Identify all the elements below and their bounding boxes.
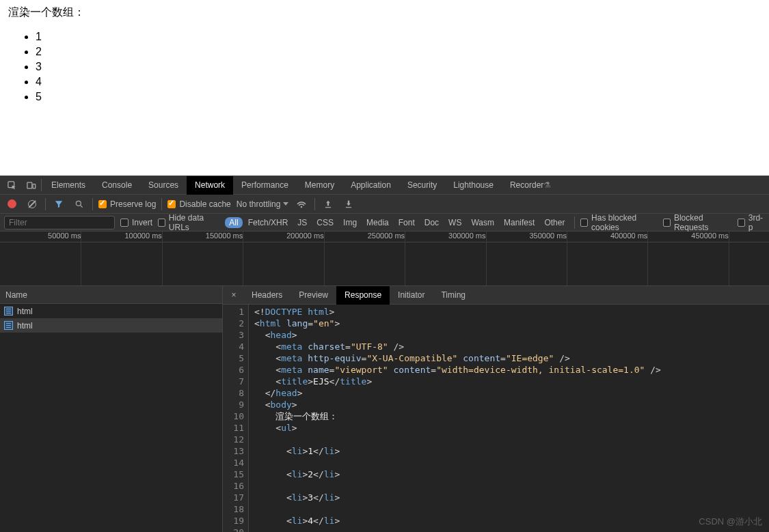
page-list: 12345: [8, 31, 761, 103]
list-item: 2: [36, 46, 761, 58]
has-blocked-label: Has blocked cookies: [591, 213, 658, 232]
chevron-down-icon: [283, 202, 288, 206]
inspect-icon[interactable]: [3, 176, 21, 194]
blocked-requests-checkbox[interactable]: Blocked Requests: [663, 213, 732, 232]
separator: [41, 179, 42, 191]
request-row[interactable]: html: [0, 304, 222, 318]
list-item: 3: [36, 61, 761, 73]
invert-checkbox[interactable]: Invert: [120, 218, 152, 227]
request-name: html: [17, 321, 33, 331]
timeline-mark: 350000 ms: [530, 232, 567, 240]
rendered-page: 渲染一个数组： 12345: [0, 0, 769, 176]
network-conditions-icon[interactable]: [294, 197, 309, 212]
hide-data-urls-checkbox[interactable]: Hide data URLs: [158, 213, 219, 232]
timeline-mark: 50000 ms: [48, 232, 81, 240]
import-har-icon[interactable]: [321, 197, 336, 212]
hide-data-urls-label: Hide data URLs: [169, 213, 220, 232]
filter-category-font[interactable]: Font: [394, 217, 419, 228]
detail-tab-preview[interactable]: Preview: [291, 286, 336, 305]
separator: [161, 198, 162, 210]
search-icon[interactable]: [72, 197, 87, 212]
svg-point-3: [76, 201, 81, 206]
tab-memory[interactable]: Memory: [297, 176, 342, 195]
third-party-label: 3rd-p: [748, 213, 765, 232]
devtools-panel: ElementsConsoleSourcesNetworkPerformance…: [0, 176, 769, 532]
detail-tab-headers[interactable]: Headers: [243, 286, 291, 305]
tab-recorder[interactable]: Recorder ⚗: [502, 176, 559, 195]
line-gutter: 1234567891011121314151617181920212223242…: [223, 305, 249, 532]
timeline-mark: 200000 ms: [286, 232, 323, 240]
svg-point-4: [301, 206, 302, 207]
detail-tab-response[interactable]: Response: [336, 286, 390, 305]
invert-label: Invert: [132, 218, 152, 227]
tab-network[interactable]: Network: [187, 176, 233, 195]
request-list-header[interactable]: Name: [0, 286, 222, 304]
filter-category-ws[interactable]: WS: [444, 217, 466, 228]
third-party-checkbox[interactable]: 3rd-p: [738, 213, 765, 232]
separator: [92, 198, 93, 210]
code-content: <!DOCTYPE html><html lang="en"> <head> <…: [249, 305, 769, 532]
tab-elements[interactable]: Elements: [43, 176, 94, 195]
timeline-mark: 100000 ms: [124, 232, 161, 240]
disable-cache-checkbox[interactable]: Disable cache: [167, 199, 230, 209]
filter-category-all[interactable]: All: [225, 217, 242, 228]
detail-tab-timing[interactable]: Timing: [433, 286, 474, 305]
blocked-requests-label: Blocked Requests: [674, 213, 732, 232]
separator: [45, 198, 46, 210]
filter-category-fetchxhr[interactable]: Fetch/XHR: [244, 217, 293, 228]
svg-rect-2: [33, 184, 36, 188]
timeline-mark: 450000 ms: [691, 232, 728, 240]
detail-tab-initiator[interactable]: Initiator: [390, 286, 433, 305]
tab-application[interactable]: Application: [342, 176, 399, 195]
list-item: 5: [36, 91, 761, 103]
filter-category-img[interactable]: Img: [339, 217, 361, 228]
throttling-label: No throttling: [237, 199, 281, 209]
list-item: 4: [36, 76, 761, 88]
request-detail: × HeadersPreviewResponseInitiatorTiming …: [223, 286, 769, 532]
timeline-mark: 400000 ms: [610, 232, 647, 240]
timeline-mark: 300000 ms: [448, 232, 485, 240]
tab-console[interactable]: Console: [94, 176, 140, 195]
filter-category-manifest[interactable]: Manifest: [500, 217, 539, 228]
filter-category-css[interactable]: CSS: [312, 217, 338, 228]
svg-rect-6: [346, 207, 351, 208]
tab-sources[interactable]: Sources: [140, 176, 187, 195]
request-name: html: [17, 307, 33, 316]
timeline-mark: 250000 ms: [368, 232, 405, 240]
detail-tabs: × HeadersPreviewResponseInitiatorTiming: [223, 286, 769, 305]
network-toolbar: Preserve log Disable cache No throttling: [0, 195, 769, 214]
separator: [574, 216, 575, 229]
filter-category-doc[interactable]: Doc: [420, 217, 443, 228]
tab-security[interactable]: Security: [399, 176, 445, 195]
svg-rect-5: [325, 207, 331, 208]
filter-category-js[interactable]: JS: [293, 217, 311, 228]
request-row[interactable]: html: [0, 318, 222, 333]
timeline-mark: 150000 ms: [206, 232, 243, 240]
close-detail-button[interactable]: ×: [226, 290, 242, 300]
filter-category-wasm[interactable]: Wasm: [467, 217, 498, 228]
filter-category-media[interactable]: Media: [362, 217, 393, 228]
page-heading: 渲染一个数组：: [8, 5, 761, 20]
preserve-log-label: Preserve log: [110, 199, 156, 209]
network-body: Name htmlhtml × HeadersPreviewResponseIn…: [0, 286, 769, 532]
has-blocked-cookies-checkbox[interactable]: Has blocked cookies: [580, 213, 658, 232]
tab-performance[interactable]: Performance: [233, 176, 297, 195]
filter-toggle-icon[interactable]: [51, 197, 66, 212]
tab-lighthouse[interactable]: Lighthouse: [445, 176, 502, 195]
list-item: 1: [36, 31, 761, 43]
export-har-icon[interactable]: [341, 197, 356, 212]
record-button[interactable]: [4, 197, 19, 212]
filter-category-other[interactable]: Other: [540, 217, 569, 228]
svg-rect-1: [27, 182, 31, 188]
preserve-log-checkbox[interactable]: Preserve log: [98, 199, 156, 209]
response-code[interactable]: 1234567891011121314151617181920212223242…: [223, 305, 769, 532]
document-icon: [4, 321, 13, 330]
device-toggle-icon[interactable]: [22, 176, 40, 194]
filter-bar: Invert Hide data URLs AllFetch/XHRJSCSSI…: [0, 214, 769, 232]
devtools-main-tabs: ElementsConsoleSourcesNetworkPerformance…: [0, 176, 769, 195]
clear-button[interactable]: [25, 197, 40, 212]
throttling-select[interactable]: No throttling: [237, 199, 289, 209]
filter-input[interactable]: [4, 216, 115, 229]
separator: [314, 198, 315, 210]
network-timeline[interactable]: 50000 ms100000 ms150000 ms200000 ms25000…: [0, 232, 769, 286]
